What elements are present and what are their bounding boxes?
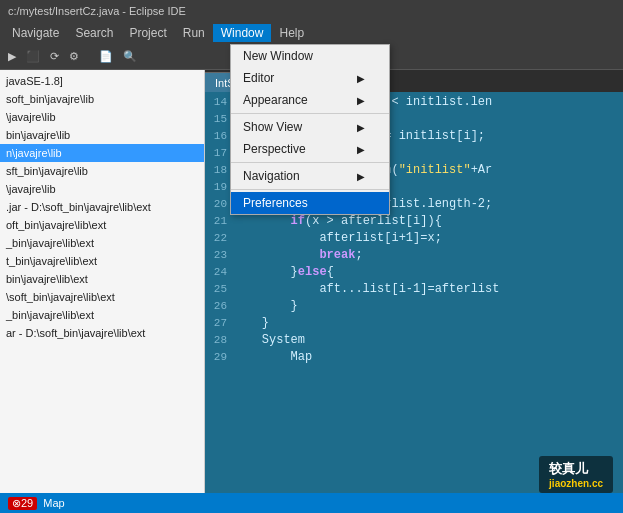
list-item: ar - D:\soft_bin\javajre\lib\ext <box>0 324 204 342</box>
code-line: 29 Map <box>205 349 623 366</box>
menu-bar: Navigate Search Project Run Window Help <box>0 22 623 44</box>
separator <box>231 189 389 190</box>
toolbar-btn-5[interactable]: 📄 <box>95 48 117 65</box>
watermark-line2: jiaozhen.cc <box>549 478 603 489</box>
arrow-icon: ▶ <box>357 122 365 133</box>
list-item: bin\javajre\lib <box>0 126 204 144</box>
title-text: c:/mytest/InsertCz.java - Eclipse IDE <box>8 5 186 17</box>
menu-help[interactable]: Help <box>271 24 312 42</box>
toolbar-btn-1[interactable]: ▶ <box>4 48 20 65</box>
menu-show-view[interactable]: Show View ▶ <box>231 116 389 138</box>
status-text: Map <box>43 497 64 509</box>
menu-run[interactable]: Run <box>175 24 213 42</box>
code-line: 28 System <box>205 332 623 349</box>
arrow-icon: ▶ <box>357 171 365 182</box>
arrow-icon: ▶ <box>357 73 365 84</box>
list-item: _bin\javajre\lib\ext <box>0 306 204 324</box>
menu-editor[interactable]: Editor ▶ <box>231 67 389 89</box>
list-item: sft_bin\javajre\lib <box>0 162 204 180</box>
watermark-line1: 较真儿 <box>549 460 603 478</box>
menu-project[interactable]: Project <box>121 24 174 42</box>
list-item: _bin\javajre\lib\ext <box>0 234 204 252</box>
list-item-highlighted[interactable]: n\javajre\lib <box>0 144 204 162</box>
separator <box>231 113 389 114</box>
code-line: 26 } <box>205 298 623 315</box>
watermark: 较真儿 jiaozhen.cc <box>539 456 613 493</box>
title-bar: c:/mytest/InsertCz.java - Eclipse IDE <box>0 0 623 22</box>
window-dropdown: New Window Editor ▶ Appearance ▶ Show Vi… <box>230 44 390 215</box>
code-line: 24 }else{ <box>205 264 623 281</box>
dropdown-menu: New Window Editor ▶ Appearance ▶ Show Vi… <box>230 44 390 215</box>
menu-navigate[interactable]: Navigate <box>4 24 67 42</box>
code-line: 22 afterlist[i+1]=x; <box>205 230 623 247</box>
list-item: t_bin\javajre\lib\ext <box>0 252 204 270</box>
toolbar-btn-6[interactable]: 🔍 <box>119 48 141 65</box>
list-item: javaSE-1.8] <box>0 72 204 90</box>
list-item: \javajre\lib <box>0 108 204 126</box>
arrow-icon: ▶ <box>357 95 365 106</box>
menu-perspective[interactable]: Perspective ▶ <box>231 138 389 160</box>
list-item: bin\javajre\lib\ext <box>0 270 204 288</box>
list-item: \javajre\lib <box>0 180 204 198</box>
left-panel: javaSE-1.8] soft_bin\javajre\lib \javajr… <box>0 70 205 513</box>
menu-new-window[interactable]: New Window <box>231 45 389 67</box>
status-bar: ⊗29 Map <box>0 493 623 513</box>
list-item: \soft_bin\javajre\lib\ext <box>0 288 204 306</box>
toolbar-btn-3[interactable]: ⟳ <box>46 48 63 65</box>
code-line: 27 } <box>205 315 623 332</box>
separator <box>231 162 389 163</box>
toolbar-btn-2[interactable]: ⬛ <box>22 48 44 65</box>
code-line: 25 aft...list[i-1]=afterlist <box>205 281 623 298</box>
code-line: 21 if(x > afterlist[i]){ <box>205 213 623 230</box>
error-badge: ⊗29 <box>8 497 37 510</box>
menu-window[interactable]: Window <box>213 24 272 42</box>
list-item: .jar - D:\soft_bin\javajre\lib\ext <box>0 198 204 216</box>
left-panel-content: javaSE-1.8] soft_bin\javajre\lib \javajr… <box>0 70 204 344</box>
menu-search[interactable]: Search <box>67 24 121 42</box>
toolbar-btn-4[interactable]: ⚙ <box>65 48 83 65</box>
list-item: oft_bin\javajre\lib\ext <box>0 216 204 234</box>
code-line: 23 break; <box>205 247 623 264</box>
menu-preferences[interactable]: Preferences <box>231 192 389 214</box>
list-item: soft_bin\javajre\lib <box>0 90 204 108</box>
menu-navigation[interactable]: Navigation ▶ <box>231 165 389 187</box>
menu-appearance[interactable]: Appearance ▶ <box>231 89 389 111</box>
arrow-icon: ▶ <box>357 144 365 155</box>
